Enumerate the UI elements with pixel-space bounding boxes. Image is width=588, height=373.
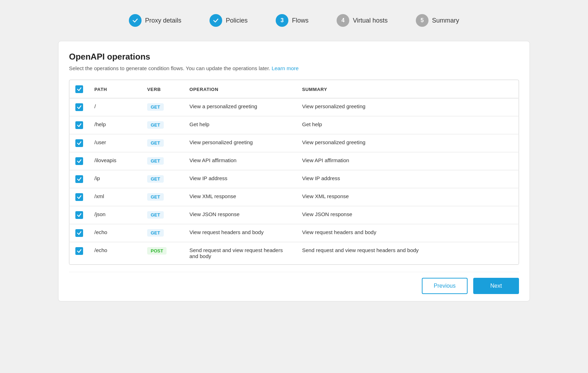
row-verb-4: GET xyxy=(142,170,184,188)
table-row: /iloveapisGETView API affirmationView AP… xyxy=(70,152,519,170)
next-button[interactable]: Next xyxy=(473,278,519,294)
row-checkbox-cell-4 xyxy=(70,170,89,188)
table-row: /userGETView personalized greetingView p… xyxy=(70,134,519,152)
row-verb-7: GET xyxy=(142,224,184,242)
card-title: OpenAPI operations xyxy=(69,52,519,62)
step-circle-policies xyxy=(209,14,222,27)
table-body: /GETView a personalized greetingView per… xyxy=(70,98,519,264)
previous-button[interactable]: Previous xyxy=(422,278,468,294)
row-operation-7: View request headers and body xyxy=(184,224,296,242)
row-operation-3: View API affirmation xyxy=(184,152,296,170)
step-label-proxy-details: Proxy details xyxy=(145,17,181,24)
row-verb-0: GET xyxy=(142,98,184,116)
row-verb-3: GET xyxy=(142,152,184,170)
col-header-summary: SUMMARY xyxy=(296,80,519,98)
row-path-2: /user xyxy=(89,134,142,152)
step-policies[interactable]: Policies xyxy=(209,14,248,27)
row-verb-6: GET xyxy=(142,206,184,224)
row-summary-1: Get help xyxy=(296,116,519,134)
row-summary-8: Send request and view request headers an… xyxy=(296,242,519,264)
row-checkbox-7[interactable] xyxy=(75,229,83,237)
row-operation-8: Send request and view request headers an… xyxy=(184,242,296,264)
table-row: /helpGETGet helpGet help xyxy=(70,116,519,134)
row-checkbox-6[interactable] xyxy=(75,211,83,219)
row-path-0: / xyxy=(89,98,142,116)
row-path-6: /json xyxy=(89,206,142,224)
table-row: /echoGETView request headers and bodyVie… xyxy=(70,224,519,242)
table-row: /ipGETView IP addressView IP address xyxy=(70,170,519,188)
step-circle-virtual-hosts: 4 xyxy=(337,14,349,27)
col-header-checkbox xyxy=(70,80,89,98)
row-verb-5: GET xyxy=(142,188,184,206)
row-checkbox-cell-8 xyxy=(70,242,89,264)
row-operation-1: Get help xyxy=(184,116,296,134)
step-label-summary: Summary xyxy=(432,17,459,24)
row-checkbox-4[interactable] xyxy=(75,175,83,183)
verb-badge-2: GET xyxy=(147,139,164,147)
row-summary-5: View XML response xyxy=(296,188,519,206)
col-header-verb: VERB xyxy=(142,80,184,98)
table-row: /xmlGETView XML responseView XML respons… xyxy=(70,188,519,206)
verb-badge-1: GET xyxy=(147,121,164,129)
verb-badge-3: GET xyxy=(147,157,164,165)
row-summary-0: View personalized greeting xyxy=(296,98,519,116)
row-path-1: /help xyxy=(89,116,142,134)
row-path-4: /ip xyxy=(89,170,142,188)
main-card: OpenAPI operations Select the operations… xyxy=(58,41,530,301)
row-path-5: /xml xyxy=(89,188,142,206)
row-checkbox-cell-2 xyxy=(70,134,89,152)
step-proxy-details[interactable]: Proxy details xyxy=(129,14,181,27)
step-circle-proxy-details xyxy=(129,14,142,27)
step-label-flows: Flows xyxy=(292,17,308,24)
row-checkbox-1[interactable] xyxy=(75,121,83,129)
row-checkbox-2[interactable] xyxy=(75,139,83,147)
row-checkbox-cell-6 xyxy=(70,206,89,224)
verb-badge-5: GET xyxy=(147,193,164,201)
step-label-virtual-hosts: Virtual hosts xyxy=(353,17,388,24)
row-checkbox-0[interactable] xyxy=(75,103,83,111)
row-path-8: /echo xyxy=(89,242,142,264)
row-operation-0: View a personalized greeting xyxy=(184,98,296,116)
step-summary[interactable]: 5Summary xyxy=(416,14,459,27)
row-checkbox-3[interactable] xyxy=(75,157,83,165)
select-all-checkbox[interactable] xyxy=(75,85,83,93)
verb-badge-4: GET xyxy=(147,175,164,183)
row-summary-4: View IP address xyxy=(296,170,519,188)
verb-badge-0: GET xyxy=(147,103,164,111)
step-circle-flows: 3 xyxy=(276,14,288,27)
verb-badge-7: GET xyxy=(147,229,164,237)
step-virtual-hosts[interactable]: 4Virtual hosts xyxy=(337,14,388,27)
row-path-7: /echo xyxy=(89,224,142,242)
verb-badge-8: POST xyxy=(147,247,167,255)
table-row: /GETView a personalized greetingView per… xyxy=(70,98,519,116)
row-checkbox-cell-0 xyxy=(70,98,89,116)
row-operation-6: View JSON response xyxy=(184,206,296,224)
row-checkbox-cell-3 xyxy=(70,152,89,170)
row-checkbox-5[interactable] xyxy=(75,193,83,201)
learn-more-link[interactable]: Learn more xyxy=(271,65,299,71)
card-subtitle-text: Select the operations to generate condit… xyxy=(69,65,271,71)
row-verb-8: POST xyxy=(142,242,184,264)
col-header-path: PATH xyxy=(89,80,142,98)
row-verb-1: GET xyxy=(142,116,184,134)
card-footer: Previous Next xyxy=(69,272,519,294)
operations-table: PATH VERB OPERATION SUMMARY /GETView a p… xyxy=(69,80,519,264)
row-summary-3: View API affirmation xyxy=(296,152,519,170)
step-flows[interactable]: 3Flows xyxy=(276,14,308,27)
row-verb-2: GET xyxy=(142,134,184,152)
row-operation-4: View IP address xyxy=(184,170,296,188)
row-checkbox-cell-1 xyxy=(70,116,89,134)
table-header-row: PATH VERB OPERATION SUMMARY xyxy=(70,80,519,98)
table-wrapper: PATH VERB OPERATION SUMMARY /GETView a p… xyxy=(69,80,519,265)
table-row: /echoPOSTSend request and view request h… xyxy=(70,242,519,264)
row-operation-2: View personalized greeting xyxy=(184,134,296,152)
stepper: Proxy detailsPolicies3Flows4Virtual host… xyxy=(0,7,588,34)
row-checkbox-cell-5 xyxy=(70,188,89,206)
row-summary-6: View JSON response xyxy=(296,206,519,224)
table-row: /jsonGETView JSON responseView JSON resp… xyxy=(70,206,519,224)
row-summary-2: View personalized greeting xyxy=(296,134,519,152)
row-summary-7: View request headers and body xyxy=(296,224,519,242)
row-checkbox-8[interactable] xyxy=(75,247,83,255)
step-circle-summary: 5 xyxy=(416,14,429,27)
card-subtitle: Select the operations to generate condit… xyxy=(69,65,519,71)
